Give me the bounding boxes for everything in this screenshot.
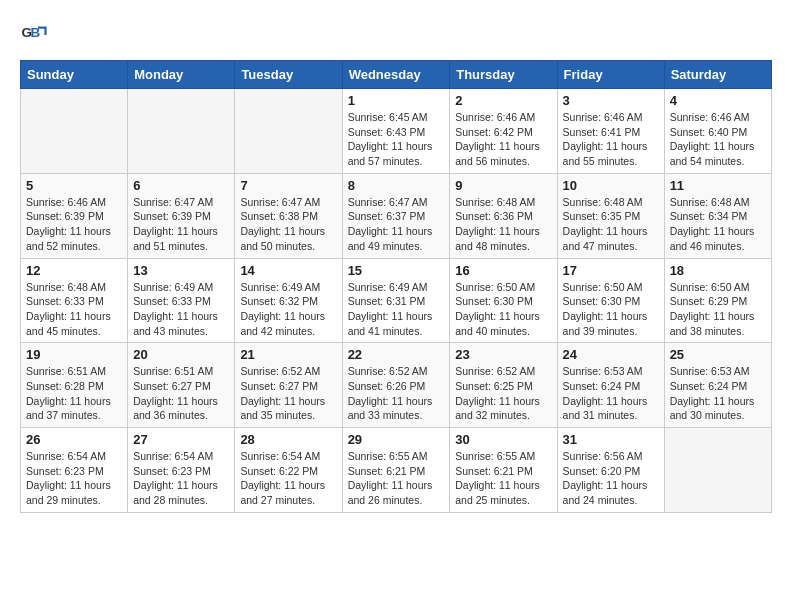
day-cell: 4Sunrise: 6:46 AM Sunset: 6:40 PM Daylig…	[664, 89, 771, 174]
day-number: 1	[348, 93, 445, 108]
day-number: 8	[348, 178, 445, 193]
weekday-header-wednesday: Wednesday	[342, 61, 450, 89]
day-number: 17	[563, 263, 659, 278]
day-cell: 2Sunrise: 6:46 AM Sunset: 6:42 PM Daylig…	[450, 89, 557, 174]
day-info: Sunrise: 6:50 AM Sunset: 6:29 PM Dayligh…	[670, 280, 766, 339]
day-number: 24	[563, 347, 659, 362]
day-cell: 27Sunrise: 6:54 AM Sunset: 6:23 PM Dayli…	[128, 428, 235, 513]
day-number: 22	[348, 347, 445, 362]
day-info: Sunrise: 6:49 AM Sunset: 6:31 PM Dayligh…	[348, 280, 445, 339]
day-number: 28	[240, 432, 336, 447]
day-cell: 12Sunrise: 6:48 AM Sunset: 6:33 PM Dayli…	[21, 258, 128, 343]
day-cell: 14Sunrise: 6:49 AM Sunset: 6:32 PM Dayli…	[235, 258, 342, 343]
day-number: 5	[26, 178, 122, 193]
day-number: 21	[240, 347, 336, 362]
weekday-header-tuesday: Tuesday	[235, 61, 342, 89]
day-number: 12	[26, 263, 122, 278]
day-info: Sunrise: 6:48 AM Sunset: 6:34 PM Dayligh…	[670, 195, 766, 254]
day-info: Sunrise: 6:48 AM Sunset: 6:33 PM Dayligh…	[26, 280, 122, 339]
day-info: Sunrise: 6:47 AM Sunset: 6:37 PM Dayligh…	[348, 195, 445, 254]
day-cell: 15Sunrise: 6:49 AM Sunset: 6:31 PM Dayli…	[342, 258, 450, 343]
day-number: 13	[133, 263, 229, 278]
day-number: 31	[563, 432, 659, 447]
week-row-3: 12Sunrise: 6:48 AM Sunset: 6:33 PM Dayli…	[21, 258, 772, 343]
logo-icon: G B	[20, 20, 50, 50]
week-row-2: 5Sunrise: 6:46 AM Sunset: 6:39 PM Daylig…	[21, 173, 772, 258]
day-cell: 6Sunrise: 6:47 AM Sunset: 6:39 PM Daylig…	[128, 173, 235, 258]
day-cell: 20Sunrise: 6:51 AM Sunset: 6:27 PM Dayli…	[128, 343, 235, 428]
day-info: Sunrise: 6:50 AM Sunset: 6:30 PM Dayligh…	[563, 280, 659, 339]
day-cell	[235, 89, 342, 174]
day-info: Sunrise: 6:48 AM Sunset: 6:36 PM Dayligh…	[455, 195, 551, 254]
day-info: Sunrise: 6:49 AM Sunset: 6:32 PM Dayligh…	[240, 280, 336, 339]
weekday-header-row: SundayMondayTuesdayWednesdayThursdayFrid…	[21, 61, 772, 89]
day-number: 20	[133, 347, 229, 362]
day-info: Sunrise: 6:52 AM Sunset: 6:26 PM Dayligh…	[348, 364, 445, 423]
day-cell: 1Sunrise: 6:45 AM Sunset: 6:43 PM Daylig…	[342, 89, 450, 174]
day-number: 25	[670, 347, 766, 362]
day-info: Sunrise: 6:46 AM Sunset: 6:40 PM Dayligh…	[670, 110, 766, 169]
day-info: Sunrise: 6:46 AM Sunset: 6:42 PM Dayligh…	[455, 110, 551, 169]
day-cell: 17Sunrise: 6:50 AM Sunset: 6:30 PM Dayli…	[557, 258, 664, 343]
day-number: 6	[133, 178, 229, 193]
day-cell: 30Sunrise: 6:55 AM Sunset: 6:21 PM Dayli…	[450, 428, 557, 513]
day-info: Sunrise: 6:52 AM Sunset: 6:25 PM Dayligh…	[455, 364, 551, 423]
day-info: Sunrise: 6:54 AM Sunset: 6:23 PM Dayligh…	[133, 449, 229, 508]
day-number: 16	[455, 263, 551, 278]
week-row-1: 1Sunrise: 6:45 AM Sunset: 6:43 PM Daylig…	[21, 89, 772, 174]
day-info: Sunrise: 6:47 AM Sunset: 6:39 PM Dayligh…	[133, 195, 229, 254]
day-cell: 10Sunrise: 6:48 AM Sunset: 6:35 PM Dayli…	[557, 173, 664, 258]
day-cell	[21, 89, 128, 174]
day-number: 10	[563, 178, 659, 193]
day-cell: 8Sunrise: 6:47 AM Sunset: 6:37 PM Daylig…	[342, 173, 450, 258]
day-cell: 23Sunrise: 6:52 AM Sunset: 6:25 PM Dayli…	[450, 343, 557, 428]
day-info: Sunrise: 6:45 AM Sunset: 6:43 PM Dayligh…	[348, 110, 445, 169]
day-info: Sunrise: 6:49 AM Sunset: 6:33 PM Dayligh…	[133, 280, 229, 339]
page-header: G B	[20, 20, 772, 50]
day-number: 7	[240, 178, 336, 193]
day-cell: 13Sunrise: 6:49 AM Sunset: 6:33 PM Dayli…	[128, 258, 235, 343]
day-cell: 18Sunrise: 6:50 AM Sunset: 6:29 PM Dayli…	[664, 258, 771, 343]
day-cell: 25Sunrise: 6:53 AM Sunset: 6:24 PM Dayli…	[664, 343, 771, 428]
day-info: Sunrise: 6:52 AM Sunset: 6:27 PM Dayligh…	[240, 364, 336, 423]
day-cell: 3Sunrise: 6:46 AM Sunset: 6:41 PM Daylig…	[557, 89, 664, 174]
day-info: Sunrise: 6:51 AM Sunset: 6:27 PM Dayligh…	[133, 364, 229, 423]
day-number: 4	[670, 93, 766, 108]
calendar-table: SundayMondayTuesdayWednesdayThursdayFrid…	[20, 60, 772, 513]
day-number: 18	[670, 263, 766, 278]
day-info: Sunrise: 6:46 AM Sunset: 6:41 PM Dayligh…	[563, 110, 659, 169]
day-number: 15	[348, 263, 445, 278]
day-number: 19	[26, 347, 122, 362]
day-number: 29	[348, 432, 445, 447]
logo: G B	[20, 20, 54, 50]
weekday-header-friday: Friday	[557, 61, 664, 89]
day-info: Sunrise: 6:46 AM Sunset: 6:39 PM Dayligh…	[26, 195, 122, 254]
day-number: 26	[26, 432, 122, 447]
day-number: 14	[240, 263, 336, 278]
day-info: Sunrise: 6:56 AM Sunset: 6:20 PM Dayligh…	[563, 449, 659, 508]
day-cell: 7Sunrise: 6:47 AM Sunset: 6:38 PM Daylig…	[235, 173, 342, 258]
day-cell: 21Sunrise: 6:52 AM Sunset: 6:27 PM Dayli…	[235, 343, 342, 428]
day-info: Sunrise: 6:50 AM Sunset: 6:30 PM Dayligh…	[455, 280, 551, 339]
week-row-4: 19Sunrise: 6:51 AM Sunset: 6:28 PM Dayli…	[21, 343, 772, 428]
day-cell: 29Sunrise: 6:55 AM Sunset: 6:21 PM Dayli…	[342, 428, 450, 513]
day-cell: 22Sunrise: 6:52 AM Sunset: 6:26 PM Dayli…	[342, 343, 450, 428]
day-info: Sunrise: 6:53 AM Sunset: 6:24 PM Dayligh…	[563, 364, 659, 423]
day-cell: 26Sunrise: 6:54 AM Sunset: 6:23 PM Dayli…	[21, 428, 128, 513]
day-cell: 5Sunrise: 6:46 AM Sunset: 6:39 PM Daylig…	[21, 173, 128, 258]
day-cell: 28Sunrise: 6:54 AM Sunset: 6:22 PM Dayli…	[235, 428, 342, 513]
day-number: 30	[455, 432, 551, 447]
day-info: Sunrise: 6:53 AM Sunset: 6:24 PM Dayligh…	[670, 364, 766, 423]
day-cell: 9Sunrise: 6:48 AM Sunset: 6:36 PM Daylig…	[450, 173, 557, 258]
day-number: 2	[455, 93, 551, 108]
day-info: Sunrise: 6:55 AM Sunset: 6:21 PM Dayligh…	[455, 449, 551, 508]
day-number: 9	[455, 178, 551, 193]
day-cell: 16Sunrise: 6:50 AM Sunset: 6:30 PM Dayli…	[450, 258, 557, 343]
day-info: Sunrise: 6:51 AM Sunset: 6:28 PM Dayligh…	[26, 364, 122, 423]
day-info: Sunrise: 6:54 AM Sunset: 6:22 PM Dayligh…	[240, 449, 336, 508]
week-row-5: 26Sunrise: 6:54 AM Sunset: 6:23 PM Dayli…	[21, 428, 772, 513]
day-number: 23	[455, 347, 551, 362]
day-cell: 31Sunrise: 6:56 AM Sunset: 6:20 PM Dayli…	[557, 428, 664, 513]
weekday-header-saturday: Saturday	[664, 61, 771, 89]
day-info: Sunrise: 6:48 AM Sunset: 6:35 PM Dayligh…	[563, 195, 659, 254]
